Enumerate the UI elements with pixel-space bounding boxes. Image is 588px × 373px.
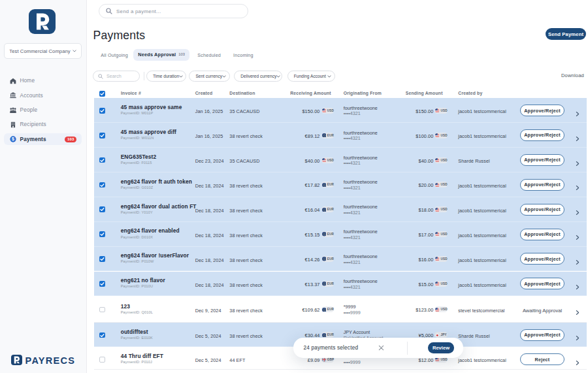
svg-text:$: $: [12, 137, 14, 142]
